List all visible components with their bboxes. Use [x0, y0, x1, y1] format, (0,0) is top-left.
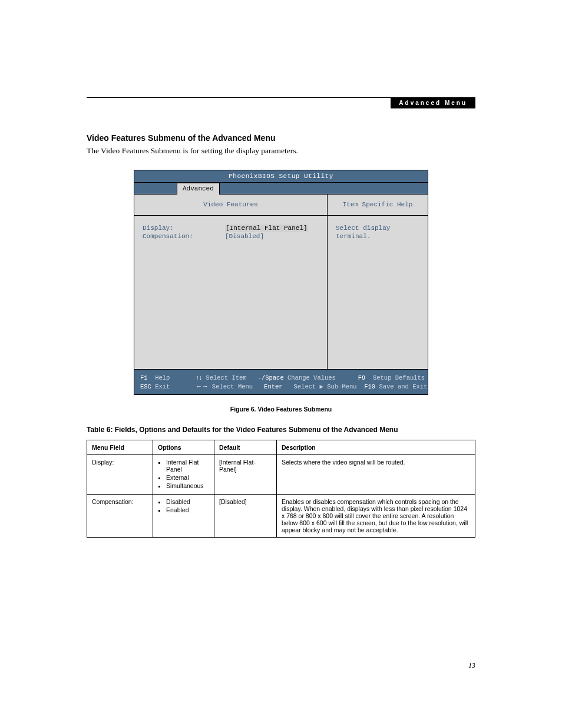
- cell-options: Disabled Enabled: [153, 495, 214, 538]
- cell-default: [Disabled]: [214, 495, 277, 538]
- bios-field-compensation-label: Compensation:: [143, 232, 225, 241]
- bios-footer: F1 Help ↑↓ Select Item -/Space Change Va…: [134, 369, 428, 394]
- bios-key-space: -/Space: [258, 374, 284, 381]
- bios-title: PhoenixBIOS Setup Utility: [134, 170, 428, 183]
- section-title: Video Features Submenu of the Advanced M…: [87, 133, 475, 143]
- bios-right-header: Item Specific Help: [328, 195, 428, 216]
- bios-field-compensation[interactable]: Compensation: [Disabled]: [143, 232, 319, 241]
- list-item: Enabled: [166, 506, 209, 513]
- bios-field-display-label: Display:: [143, 224, 225, 233]
- cell-options: Internal Flat Panel External Simultaneou…: [153, 455, 214, 495]
- bios-left-pane: Video Features Display: [Internal Flat P…: [134, 195, 328, 369]
- list-item: Simultaneous: [166, 482, 209, 489]
- cell-default: [Internal Flat-Panel]: [214, 455, 277, 495]
- table-title: Table 6: Fields, Options and Defaults fo…: [87, 426, 475, 434]
- bios-key-space-label: Change Values: [287, 374, 336, 381]
- list-item: Internal Flat Panel: [166, 459, 209, 473]
- list-item: External: [166, 474, 209, 481]
- bios-tab-row: Advanced: [134, 183, 428, 195]
- bios-key-enter-label: Select ▶ Sub-Menu: [294, 383, 357, 390]
- bios-key-leftright: ←→: [196, 383, 209, 390]
- bios-key-updown-label: Select Item: [206, 374, 246, 381]
- bios-key-f1: F1: [140, 374, 148, 381]
- section-intro: The Video Features Submenu is for settin…: [87, 146, 475, 156]
- bios-field-compensation-value[interactable]: [Disabled]: [225, 232, 319, 241]
- bios-key-esc: ESC: [140, 383, 151, 390]
- bios-key-f1-label: Help: [155, 374, 170, 381]
- page-number: 13: [87, 661, 475, 670]
- bios-key-enter: Enter: [264, 383, 283, 390]
- header-chip: Advanced Menu: [391, 97, 475, 108]
- bios-field-display-value[interactable]: [Internal Flat Panel]: [225, 225, 308, 232]
- table-row: Compensation: Disabled Enabled [Disabled…: [87, 495, 475, 538]
- bios-key-f9-label: Setup Defaults: [373, 374, 425, 381]
- cell-field: Compensation:: [87, 495, 153, 538]
- th-options: Options: [153, 440, 214, 455]
- bios-key-f10: F10: [364, 383, 375, 390]
- list-item: Disabled: [166, 498, 209, 505]
- table-row: Display: Internal Flat Panel External Si…: [87, 455, 475, 495]
- cell-description: Selects where the video signal will be r…: [277, 455, 475, 495]
- bios-key-leftright-label: Select Menu: [212, 383, 253, 390]
- options-table: Menu Field Options Default Description D…: [87, 440, 475, 538]
- bios-tab-spacer: [134, 183, 177, 194]
- bios-tab-advanced[interactable]: Advanced: [177, 183, 220, 195]
- th-description: Description: [277, 440, 475, 455]
- bios-key-updown: ↑↓: [196, 374, 203, 381]
- bios-left-header: Video Features: [134, 195, 327, 216]
- bios-key-f9: F9: [358, 374, 366, 381]
- cell-description: Enables or disables compensation which c…: [277, 495, 475, 538]
- table-header-row: Menu Field Options Default Description: [87, 440, 475, 455]
- figure-caption: Figure 6. Video Features Submenu: [87, 406, 475, 413]
- bios-right-pane: Item Specific Help Select display termin…: [328, 195, 428, 369]
- bios-field-display[interactable]: Display: [Internal Flat Panel]: [143, 224, 319, 233]
- bios-key-f10-label: Save and Exit: [379, 383, 427, 390]
- bios-key-esc-label: Exit: [155, 383, 170, 390]
- bios-window: PhoenixBIOS Setup Utility Advanced Video…: [134, 170, 428, 395]
- cell-field: Display:: [87, 455, 153, 495]
- header-bar: Advanced Menu: [87, 97, 475, 108]
- th-default: Default: [214, 440, 277, 455]
- th-menu-field: Menu Field: [87, 440, 153, 455]
- bios-help-text: Select display terminal.: [328, 216, 428, 369]
